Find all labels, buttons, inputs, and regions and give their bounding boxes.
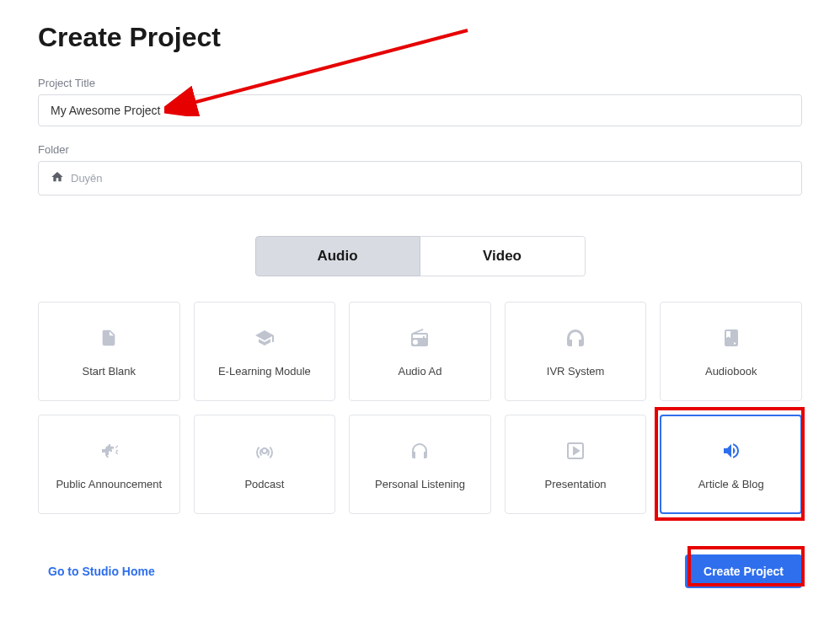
type-card-public-announcement[interactable]: Public Announcement <box>38 415 180 514</box>
folder-value: Duyên <box>71 172 103 185</box>
type-card-start-blank[interactable]: Start Blank <box>38 302 180 401</box>
project-type-grid: Start Blank E-Learning Module Audio Ad I… <box>38 302 802 514</box>
graduation-icon <box>254 328 275 348</box>
type-card-podcast[interactable]: Podcast <box>194 415 336 514</box>
card-label: Article & Blog <box>698 478 764 490</box>
create-project-button[interactable]: Create Project <box>685 554 802 588</box>
type-card-elearning[interactable]: E-Learning Module <box>194 302 336 401</box>
studio-home-link[interactable]: Go to Studio Home <box>38 556 165 586</box>
card-label: Public Announcement <box>56 478 162 490</box>
play-square-icon <box>565 441 586 461</box>
radio-icon <box>409 328 430 348</box>
folder-label: Folder <box>38 143 802 156</box>
file-icon <box>99 328 118 348</box>
type-card-audio-ad[interactable]: Audio Ad <box>349 302 491 401</box>
headphones-icon <box>409 441 430 461</box>
project-title-label: Project Title <box>38 77 802 89</box>
headset-icon <box>565 328 586 348</box>
bottom-actions: Go to Studio Home Create Project <box>38 554 802 588</box>
type-card-article-blog[interactable]: Article & Blog <box>660 415 802 514</box>
type-card-audiobook[interactable]: Audiobook <box>660 302 802 401</box>
broadcast-icon <box>254 441 275 461</box>
card-label: IVR System <box>547 365 605 378</box>
type-card-ivr[interactable]: IVR System <box>505 302 647 401</box>
media-type-toggle: Audio Video <box>38 236 802 276</box>
project-title-input[interactable] <box>38 94 802 126</box>
card-label: Start Blank <box>83 365 136 378</box>
card-label: Audiobook <box>705 365 757 378</box>
card-label: Audio Ad <box>398 365 441 378</box>
volume-icon <box>721 441 741 461</box>
folder-input[interactable]: Duyên <box>38 161 802 195</box>
home-icon <box>51 170 64 186</box>
type-card-personal-listening[interactable]: Personal Listening <box>349 415 491 514</box>
tab-video[interactable]: Video <box>420 236 586 276</box>
book-icon <box>721 328 741 348</box>
project-title-field: Project Title <box>38 77 802 126</box>
tab-audio[interactable]: Audio <box>255 236 420 276</box>
megaphone-icon <box>99 441 119 461</box>
card-label: Podcast <box>244 478 284 490</box>
page-title: Create Project <box>38 22 802 53</box>
folder-field: Folder Duyên <box>38 143 802 195</box>
card-label: Personal Listening <box>375 478 465 490</box>
card-label: E-Learning Module <box>218 365 311 378</box>
card-label: Presentation <box>545 478 607 490</box>
type-card-presentation[interactable]: Presentation <box>505 415 647 514</box>
